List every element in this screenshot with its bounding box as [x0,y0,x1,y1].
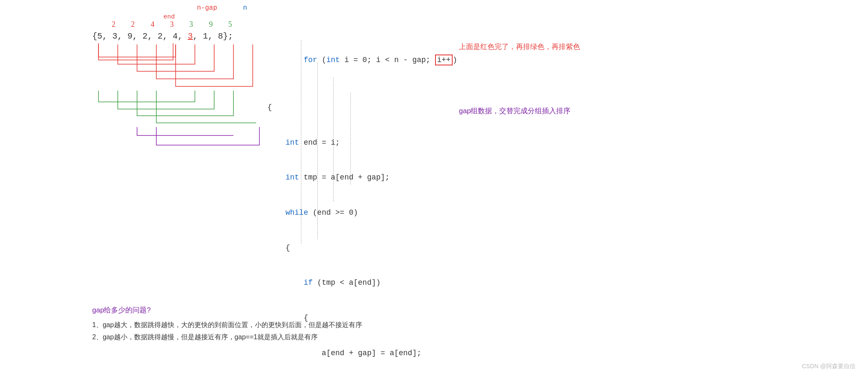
page-container: n-gap n end 2 2 4 3 3 9 5 {5, 3, 9, 2, 2… [0,0,868,377]
handwritten-numbers: 2 2 4 3 3 9 5 [104,20,240,29]
kw-while: while [285,208,308,217]
end-label: end [163,13,175,21]
kw-int-2: int [285,138,299,147]
kw-int-1: int [326,56,339,64]
kw-if: if [303,278,313,287]
annotation-red: 上面是红色完了，再排绿色，再排紫色 [459,42,580,52]
code-line-open1: { [267,102,469,114]
annotation-section: 上面是红色完了，再排绿色，再排紫色 gap组数据，交替完成分组插入排序 [459,42,580,116]
code-line-tmp: int tmp = a[end + gap]; [267,172,469,184]
code-line-assign1: a[end + gap] = a[end]; [267,348,469,359]
bottom-section: gap给多少的问题? 1、gap越大，数据跳得越快，大的更快的到前面位置，小的更… [92,305,469,343]
iplus-box: i++ [435,55,453,65]
code-line-open2: { [267,242,469,254]
annotation-purple: gap组数据，交替完成分组插入排序 [459,106,580,116]
hw-num-5: 9 [201,20,220,29]
hw-num-6: 5 [220,20,240,29]
n-label: n [243,4,247,12]
code-line-end: int end = i; [267,137,469,149]
hw-num-2: 4 [143,20,163,29]
bottom-title: gap给多少的问题? [92,305,469,315]
hw-num-1: 2 [123,20,143,29]
kw-for: for [303,56,317,64]
array-display: {5, 3, 9, 2, 2, 4, 3, 1, 8}; [92,31,233,41]
n-gap-label: n-gap [197,4,217,12]
bottom-line-2: 2、gap越小，数据跳得越慢，但是越接近有序，gap==1就是插入后就是有序 [92,331,469,343]
hw-num-4: 3 [181,20,201,29]
for-line: for (int i = 0; i < n - gap; i++) [267,43,469,78]
hw-num-0: 2 [104,20,123,29]
hw-num-3: 3 [163,20,181,29]
code-line-if: if (tmp < a[end]) [267,277,469,289]
bottom-line-1: 1、gap越大，数据跳得越快，大的更快的到前面位置，小的更快到后面，但是越不接近… [92,319,469,331]
kw-int-3: int [285,173,299,182]
code-line-while: while (end >= 0) [267,207,469,219]
watermark: CSDN @阿森要自信 [802,363,855,370]
